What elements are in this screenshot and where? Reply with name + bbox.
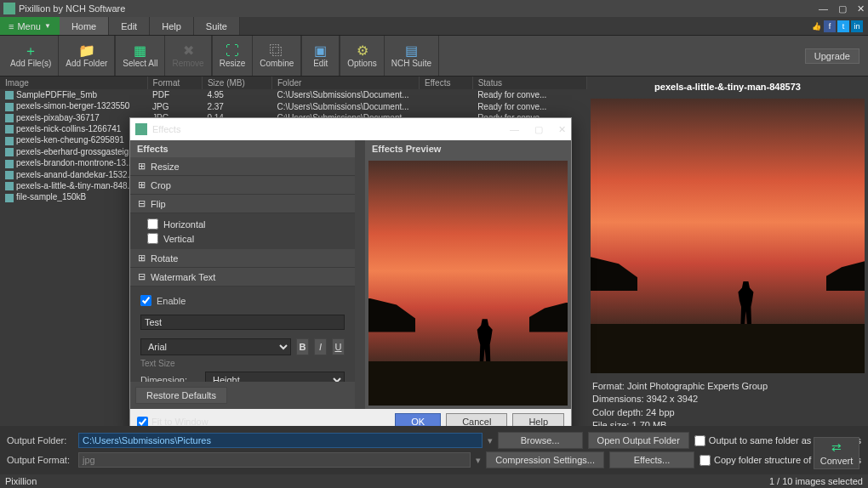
resize-button[interactable]: ⛶Resize	[213, 36, 254, 76]
dimension-label: Dimension:	[140, 375, 200, 382]
menubar: ≡ Menu ▼ HomeEditHelpSuite 👍 f t in	[0, 17, 868, 36]
col-header[interactable]: Image	[0, 77, 147, 89]
table-row[interactable]: SamplePDFFile_5mbPDF4.95C:\Users\Submiss…	[0, 89, 587, 100]
acc-rotate[interactable]: ⊞Rotate	[130, 249, 355, 268]
remove-button[interactable]: ✖Remove	[165, 36, 211, 76]
browse-button[interactable]: Browse...	[498, 432, 583, 449]
col-header[interactable]: Format	[147, 77, 202, 89]
menu-label: Menu	[17, 21, 41, 31]
wm-text-input[interactable]	[140, 315, 345, 330]
bottom-panel: Output Folder: C:\Users\Submissions\Pict…	[0, 426, 868, 474]
add-folder-button[interactable]: 📁Add Folder	[59, 36, 115, 76]
acc-watermark[interactable]: ⊟Watermark Text	[130, 268, 355, 287]
wm-font-select[interactable]: Arial	[140, 338, 291, 355]
preview-image	[591, 99, 865, 373]
compression-settings-button[interactable]: Compression Settings...	[486, 451, 604, 468]
output-format-label: Output Format:	[7, 455, 73, 465]
effects-dialog: Effects ― ▢ ✕ Effects ⊞Resize ⊞Crop ⊟Fli…	[129, 117, 572, 435]
bold-button[interactable]: B	[296, 338, 309, 355]
status-app: Pixillion	[5, 476, 37, 486]
tool-label: Options	[347, 59, 376, 68]
tool-icon: ▤	[405, 44, 418, 58]
acc-crop[interactable]: ⊞Crop	[130, 176, 355, 195]
convert-button[interactable]: ⇄ Convert	[814, 437, 859, 469]
effects-header: Effects	[130, 140, 355, 157]
menu-button[interactable]: ≡ Menu ▼	[0, 17, 60, 35]
col-header[interactable]: Folder	[272, 77, 420, 89]
dialog-icon	[135, 123, 147, 135]
flip-horizontal-checkbox[interactable]: Horizontal	[147, 217, 338, 231]
maximize-icon[interactable]: ▢	[838, 3, 847, 14]
italic-button[interactable]: I	[314, 338, 327, 355]
thumbs-up-icon[interactable]: 👍	[810, 20, 822, 32]
combine-button[interactable]: ⿻Combine	[253, 36, 301, 76]
facebook-icon[interactable]: f	[824, 20, 836, 32]
titlebar: Pixillion by NCH Software ― ▢ ✕	[0, 0, 868, 17]
wm-enable-checkbox[interactable]	[140, 295, 151, 306]
tool-icon: ▦	[134, 44, 146, 58]
tab-edit[interactable]: Edit	[109, 17, 150, 35]
preview-pane: pexels-a-little-&-tiny-man-848573 Format…	[587, 77, 868, 451]
tool-icon: 📁	[78, 44, 95, 58]
tool-icon: ▣	[314, 44, 327, 58]
tool-label: Remove	[172, 59, 203, 68]
tool-label: Edit	[313, 59, 328, 68]
restore-defaults-button[interactable]: Restore Defaults	[135, 387, 227, 404]
col-header[interactable]: Status	[472, 77, 586, 89]
add-file-s--button[interactable]: ＋Add File(s)	[3, 36, 59, 76]
tab-help[interactable]: Help	[150, 17, 194, 35]
dialog-close-icon[interactable]: ✕	[558, 124, 566, 135]
table-row[interactable]: pexels-simon-berger-1323550JPG2.37C:\Use…	[0, 100, 587, 111]
wm-enable-label: Enable	[157, 296, 186, 306]
output-format-field[interactable]: jpg	[78, 452, 471, 468]
dialog-minimize-icon[interactable]: ―	[510, 124, 519, 135]
tool-icon: ⚙	[357, 44, 368, 58]
preview-header: Effects Preview	[365, 140, 571, 157]
dialog-scrollbar[interactable]	[355, 140, 365, 409]
close-icon[interactable]: ✕	[857, 3, 865, 14]
col-header[interactable]: Effects	[420, 77, 473, 89]
app-icon	[3, 3, 15, 14]
upgrade-button[interactable]: Upgrade	[805, 48, 859, 64]
tool-label: Add File(s)	[10, 59, 51, 68]
acc-flip[interactable]: ⊟Flip	[130, 195, 355, 213]
tool-icon: ✖	[183, 44, 194, 58]
convert-label: Convert	[820, 456, 854, 466]
status-selection: 1 / 10 images selected	[769, 476, 863, 486]
dialog-preview-image	[368, 161, 568, 406]
dialog-maximize-icon[interactable]: ▢	[534, 124, 543, 135]
col-header[interactable]: Size (MB)	[202, 77, 271, 89]
dialog-title: Effects	[152, 124, 180, 134]
toolbar: ＋Add File(s)📁Add Folder▦Select All✖Remov…	[0, 36, 868, 77]
app-title: Pixillion by NCH Software	[19, 3, 125, 14]
tool-label: Select All	[123, 59, 157, 68]
tool-label: Resize	[220, 59, 246, 68]
minimize-icon[interactable]: ―	[819, 3, 828, 14]
chevron-down-icon: ▼	[44, 22, 51, 30]
tool-icon: ⛶	[226, 44, 239, 58]
convert-icon: ⇄	[831, 440, 842, 454]
tool-icon: ⿻	[270, 44, 283, 58]
tool-label: NCH Suite	[391, 59, 431, 68]
tab-home[interactable]: Home	[60, 17, 109, 35]
effects-button[interactable]: Effects...	[609, 451, 694, 468]
tool-label: Add Folder	[66, 59, 107, 68]
linkedin-icon[interactable]: in	[851, 20, 863, 32]
acc-resize[interactable]: ⊞Resize	[130, 157, 355, 176]
underline-button[interactable]: U	[332, 338, 345, 355]
open-output-folder-button[interactable]: Open Output Folder	[588, 432, 689, 449]
twitter-icon[interactable]: t	[837, 20, 849, 32]
wm-dimension-select[interactable]: Height	[205, 372, 345, 382]
output-folder-label: Output Folder:	[7, 435, 73, 445]
dialog-titlebar[interactable]: Effects ― ▢ ✕	[130, 118, 571, 140]
tool-icon: ＋	[24, 44, 37, 58]
nch-suite-button[interactable]: ▤NCH Suite	[385, 36, 439, 76]
flip-vertical-checkbox[interactable]: Vertical	[147, 231, 338, 246]
edit-button[interactable]: ▣Edit	[302, 36, 340, 76]
output-folder-field[interactable]: C:\Users\Submissions\Pictures	[78, 433, 483, 448]
select-all-button[interactable]: ▦Select All	[116, 36, 165, 76]
textsize-label: Text Size	[140, 359, 345, 368]
options-button[interactable]: ⚙Options	[340, 36, 384, 76]
tab-suite[interactable]: Suite	[194, 17, 240, 35]
preview-title: pexels-a-little-&-tiny-man-848573	[591, 80, 865, 94]
